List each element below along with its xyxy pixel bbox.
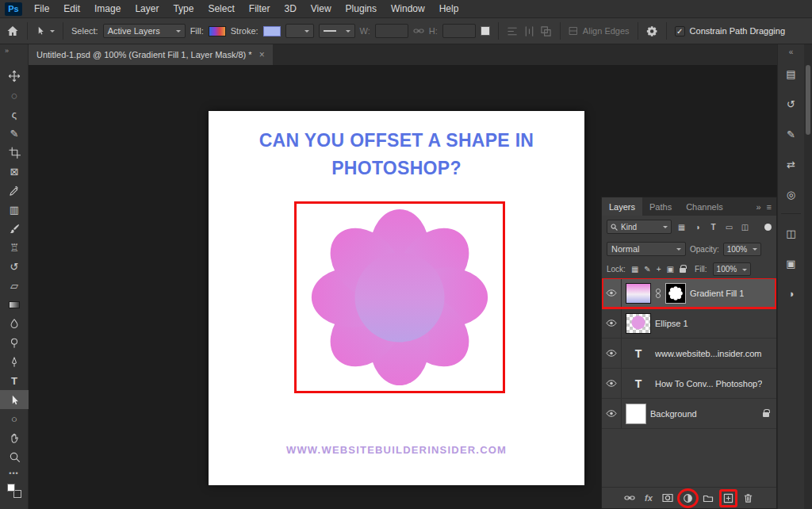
menu-edit[interactable]: Edit [56, 0, 87, 18]
dodge-tool[interactable] [0, 333, 29, 352]
properties-panel-icon[interactable]: ▤ [778, 63, 804, 85]
home-icon[interactable] [6, 25, 19, 37]
menu-3d[interactable]: 3D [277, 0, 303, 18]
lock-position-icon[interactable]: + [657, 265, 661, 274]
blur-tool[interactable] [0, 314, 29, 333]
visibility-cell[interactable] [602, 278, 622, 308]
filter-smart-objects-icon[interactable]: ◫ [739, 223, 751, 232]
type-layer-thumbnail[interactable]: T [626, 377, 651, 390]
layer-row-ellipse[interactable]: Ellipse 1 [602, 308, 776, 339]
history-brush-tool[interactable]: ↺ [0, 257, 29, 276]
marquee-tool[interactable]: ◌ [0, 86, 29, 105]
eyedropper-tool[interactable] [0, 181, 29, 200]
menu-filter[interactable]: Filter [242, 0, 278, 18]
menu-select[interactable]: Select [201, 0, 241, 18]
dock-collapse-icon[interactable]: « [778, 44, 804, 63]
panel-collapse-icon[interactable]: » [756, 202, 760, 212]
align-icon[interactable] [507, 25, 519, 37]
menu-help[interactable]: Help [432, 0, 466, 18]
link-layers-button[interactable] [624, 494, 635, 502]
document-tab[interactable]: Untitled-1.psd @ 100% (Gradient Fill 1, … [29, 44, 273, 65]
healing-brush-tool[interactable]: ▥ [0, 200, 29, 219]
ellipse-thumbnail[interactable] [626, 313, 651, 334]
quick-selection-tool[interactable]: ✎ [0, 124, 29, 143]
move-tool[interactable] [0, 67, 29, 86]
fill-field[interactable]: 100% [713, 262, 751, 276]
constrain-checkbox[interactable]: ✓ [675, 26, 685, 36]
layer-row-text-url[interactable]: T www.websiteb...insider.com [602, 339, 776, 369]
tab-close-icon[interactable]: × [259, 49, 265, 60]
visibility-cell[interactable] [602, 369, 622, 398]
lock-artboard-icon[interactable]: ▣ [667, 265, 674, 274]
height-field[interactable] [442, 24, 476, 38]
comp-dock-icon[interactable]: ▣ [778, 252, 804, 274]
background-thumbnail[interactable] [626, 404, 646, 424]
filter-type-layers-icon[interactable]: T [707, 223, 719, 232]
gear-icon[interactable] [646, 25, 658, 37]
menu-image[interactable]: Image [87, 0, 128, 18]
type-tool[interactable]: T [0, 371, 29, 390]
tab-channels[interactable]: Channels [679, 197, 730, 216]
shape-mode-icon[interactable] [481, 26, 490, 36]
clone-source-panel-icon[interactable]: ⇄ [778, 153, 804, 175]
layers-dock-icon[interactable]: ◫ [778, 222, 804, 244]
crop-tool[interactable] [0, 143, 29, 162]
frame-tool[interactable]: ⊠ [0, 162, 29, 181]
hand-tool[interactable] [0, 428, 29, 447]
gradient-thumbnail[interactable] [626, 283, 651, 304]
color-swatches[interactable] [7, 484, 21, 498]
link-dimensions-icon[interactable] [413, 27, 424, 35]
fill-swatch[interactable] [209, 26, 226, 36]
tool-preset-caret[interactable] [50, 30, 55, 35]
new-adjustment-layer-button[interactable] [683, 493, 693, 503]
visibility-cell[interactable] [602, 308, 622, 338]
new-group-button[interactable] [703, 493, 714, 503]
tool-preset-icon[interactable] [36, 25, 45, 36]
layer-row-gradient-fill[interactable]: Gradient Fill 1 [602, 278, 776, 308]
filter-adjustment-layers-icon[interactable]: ◑ [691, 223, 703, 232]
edit-toolbar-icon[interactable]: ••• [0, 469, 28, 477]
layer-row-background[interactable]: Background [602, 399, 776, 429]
stroke-width-field[interactable] [285, 24, 314, 38]
select-mode-dropdown[interactable]: Active Layers [103, 24, 186, 38]
lasso-tool[interactable]: ς [0, 105, 29, 124]
filter-toggle-icon[interactable] [764, 224, 772, 231]
add-layer-mask-button[interactable] [662, 493, 673, 503]
path-operations-icon[interactable] [540, 25, 552, 37]
brush-settings-panel-icon[interactable]: ✎ [778, 123, 804, 145]
stroke-style-dropdown[interactable] [319, 24, 355, 38]
opacity-field[interactable]: 100% [723, 243, 761, 256]
filter-shape-layers-icon[interactable]: ▭ [723, 223, 735, 232]
menu-file[interactable]: File [27, 0, 56, 18]
panel-menu-icon[interactable]: ≡ [767, 202, 772, 212]
shape-tool[interactable]: ○ [0, 409, 29, 428]
history-panel-icon[interactable]: ↺ [778, 93, 804, 115]
stroke-swatch[interactable] [263, 26, 281, 36]
tab-paths[interactable]: Paths [642, 197, 679, 216]
pen-tool[interactable] [0, 352, 29, 371]
layer-style-button[interactable]: fx [645, 493, 653, 503]
menu-plugins[interactable]: Plugins [339, 0, 384, 18]
menu-window[interactable]: Window [384, 0, 432, 18]
lock-pixels-icon[interactable]: ✎ [644, 265, 650, 274]
blend-mode-dropdown[interactable]: Normal [607, 242, 686, 256]
scrollbar-thumb[interactable] [806, 65, 810, 135]
layer-mask-thumbnail[interactable] [665, 283, 686, 304]
lock-all-icon[interactable] [680, 268, 686, 273]
brush-tool[interactable] [0, 219, 29, 238]
mask-link-icon[interactable] [655, 288, 661, 299]
filter-kind-dropdown[interactable]: Kind [607, 220, 672, 234]
path-selection-tool[interactable] [0, 390, 29, 409]
new-layer-button[interactable] [723, 493, 733, 503]
gradient-tool[interactable] [0, 295, 29, 314]
menu-view[interactable]: View [304, 0, 339, 18]
layer-row-text-heading[interactable]: T How To Conv... Photoshop? [602, 369, 776, 399]
visibility-cell[interactable] [602, 339, 622, 368]
type-layer-thumbnail[interactable]: T [626, 347, 651, 360]
menu-layer[interactable]: Layer [128, 0, 166, 18]
filter-pixel-layers-icon[interactable]: ▦ [676, 223, 688, 232]
clone-stamp-tool[interactable]: ♖ [0, 238, 29, 257]
lock-transparency-icon[interactable]: ▦ [631, 265, 638, 274]
adjustments-dock-icon[interactable]: ◑ [778, 282, 804, 304]
width-field[interactable] [375, 24, 408, 38]
